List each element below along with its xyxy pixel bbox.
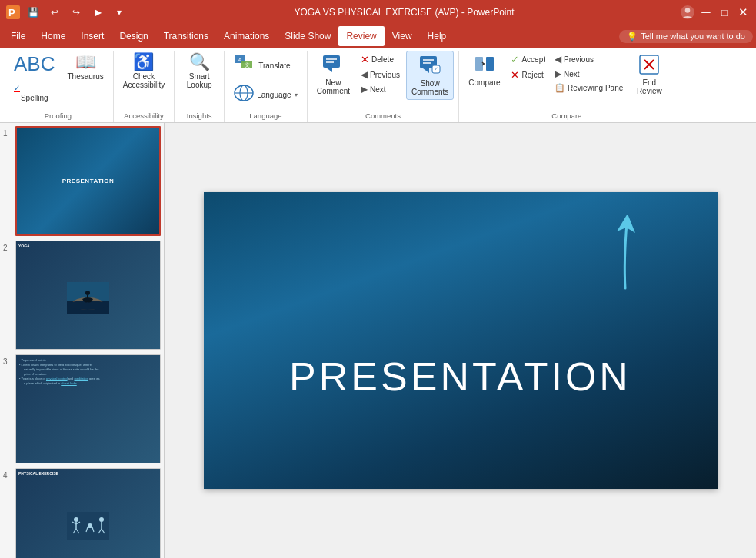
ribbon-group-compare: Compare ✓ Accept ✕ Reject ◀: [459, 51, 674, 122]
translate-button[interactable]: A 文 Translate: [229, 51, 302, 81]
check-accessibility-button[interactable]: ♿ CheckAccessibility: [118, 51, 169, 92]
menu-help[interactable]: Help: [420, 26, 455, 46]
slide2-title: YOGA: [18, 244, 158, 248]
redo-quick-btn[interactable]: ↪: [68, 4, 85, 21]
smart-lookup-button[interactable]: 🔍 SmartLookup: [179, 51, 219, 92]
delete-icon: ✕: [361, 54, 369, 65]
close-btn[interactable]: ✕: [736, 5, 750, 19]
tell-me-bar[interactable]: 💡 Tell me what you want to do: [619, 30, 753, 43]
show-comments-icon: ✓: [418, 55, 441, 78]
ribbon-group-proofing: ABC✓ Spelling 📖 Thesaurus Proofing: [3, 51, 114, 122]
show-comments-button[interactable]: ✓ ShowComments: [406, 51, 454, 100]
slide-main-text: PRESENTATION: [204, 354, 718, 400]
slide-item-3[interactable]: 3 • Yoga round points • Lorem ipsum inte…: [3, 354, 161, 463]
next-compare-button[interactable]: ▶ Next: [551, 67, 626, 81]
insights-group-label: Insights: [179, 109, 219, 122]
title-bar: P 💾 ↩ ↪ ▶ ▾ YOGA VS PHYSICAL EXERCISE (A…: [0, 0, 756, 25]
menu-view[interactable]: View: [385, 26, 420, 46]
language-col: A 文 Translate: [229, 51, 302, 108]
accessibility-buttons: ♿ CheckAccessibility: [118, 51, 169, 109]
delete-comment-button[interactable]: ✕ Delete: [358, 52, 403, 67]
slide3-bullet1: • Yoga round points: [19, 358, 157, 362]
svg-marker-16: [423, 68, 429, 73]
spelling-button[interactable]: ABC✓ Spelling: [8, 51, 61, 105]
compare-buttons: Compare ✓ Accept ✕ Reject ◀: [464, 51, 669, 109]
language-dropdown-icon: ▾: [295, 91, 298, 98]
new-comment-label: NewComment: [317, 78, 350, 95]
powerpoint-logo-icon: P: [6, 5, 20, 19]
slide-thumb-1[interactable]: PRESENTATION: [15, 126, 161, 236]
menu-design[interactable]: Design: [112, 26, 155, 46]
save-quick-btn[interactable]: 💾: [25, 4, 42, 21]
reject-label: Reject: [521, 71, 543, 79]
menu-review[interactable]: Review: [338, 26, 384, 46]
show-comments-label: ShowComments: [411, 79, 448, 96]
accessibility-icon: ♿: [133, 54, 154, 71]
menu-animations[interactable]: Animations: [216, 26, 277, 46]
next-compare-label: Next: [564, 70, 580, 78]
menu-file[interactable]: File: [3, 26, 33, 46]
slide-thumb-4[interactable]: PHYSICAL EXERCISE: [15, 468, 161, 558]
slide3-bullet2: • Lorem ipsum integrates to life a ficti…: [19, 363, 157, 367]
svg-point-36: [74, 517, 78, 522]
accept-button[interactable]: ✓ Accept: [508, 52, 548, 67]
slide-thumb-inner-2: YOGA: [16, 241, 160, 349]
accept-label: Accept: [521, 55, 545, 64]
previous-compare-button[interactable]: ◀ Previous: [551, 52, 626, 66]
title-bar-right: ─ □ ✕: [681, 5, 750, 19]
menu-transitions[interactable]: Transitions: [156, 26, 216, 46]
thesaurus-button[interactable]: 📖 Thesaurus: [62, 51, 108, 84]
slide-thumb-2[interactable]: YOGA: [15, 241, 161, 350]
svg-point-46: [99, 517, 104, 522]
comments-group-label: Comments: [312, 109, 455, 122]
ribbon-group-insights: 🔍 SmartLookup Insights: [175, 51, 225, 122]
slide3-bullet2b: naturally impossible since of fitness su…: [19, 367, 157, 371]
reject-icon: ✕: [511, 69, 519, 81]
insights-buttons: 🔍 SmartLookup: [179, 51, 219, 109]
comment-small-buttons: ✕ Delete ◀ Previous ▶ Next: [358, 51, 403, 96]
compare-icon: [474, 54, 495, 77]
undo-quick-btn[interactable]: ↩: [46, 4, 63, 21]
title-bar-left: P 💾 ↩ ↪ ▶ ▾: [6, 4, 128, 21]
previous-comment-icon: ◀: [361, 69, 368, 80]
menu-insert[interactable]: Insert: [73, 26, 112, 46]
previous-comment-button[interactable]: ◀ Previous: [358, 68, 403, 81]
minimize-btn[interactable]: ─: [699, 5, 713, 19]
slide3-bullet3b: a place which originated in oldest India…: [19, 381, 157, 385]
reviewing-pane-button[interactable]: 📋 Reviewing Pane: [551, 81, 626, 95]
present-quick-btn[interactable]: ▶: [89, 4, 106, 21]
accept-reject-col: ✓ Accept ✕ Reject: [508, 51, 548, 82]
slide-item-2[interactable]: 2 YOGA: [3, 241, 161, 350]
reject-button[interactable]: ✕ Reject: [508, 68, 548, 82]
accessibility-label: CheckAccessibility: [123, 72, 165, 89]
previous-comment-label: Previous: [370, 71, 400, 79]
menu-home[interactable]: Home: [33, 26, 73, 46]
compare-button[interactable]: Compare: [464, 51, 505, 90]
more-quick-btn[interactable]: ▾: [111, 4, 128, 21]
new-comment-button[interactable]: NewComment: [312, 51, 355, 98]
slide2-bg: YOGA: [16, 241, 160, 349]
language-button[interactable]: Language ▾: [229, 82, 302, 108]
slide-thumb-3[interactable]: • Yoga round points • Lorem ipsum integr…: [15, 354, 161, 463]
translate-icon: A 文: [234, 53, 255, 78]
slide-item-1[interactable]: 1 PRESENTATION: [3, 126, 161, 236]
spelling-label: Spelling: [21, 94, 48, 102]
slide-item-4[interactable]: 4 PHYSICAL EXERCISE: [3, 468, 161, 558]
slide-panel: 1 PRESENTATION 2 YOGA: [0, 123, 165, 558]
end-review-button[interactable]: EndReview: [629, 51, 669, 98]
maximize-btn[interactable]: □: [718, 5, 731, 19]
ribbon-content: ABC✓ Spelling 📖 Thesaurus Proofing ♿ Che…: [0, 48, 756, 122]
next-comment-button[interactable]: ▶ Next: [358, 82, 403, 96]
slide3-bullet3: • Yoga is a place of physical control an…: [19, 377, 157, 380]
arrow-annotation: [602, 215, 648, 294]
language-buttons: A 文 Translate: [229, 51, 302, 109]
ribbon: ABC✓ Spelling 📖 Thesaurus Proofing ♿ Che…: [0, 48, 756, 123]
menu-slideshow[interactable]: Slide Show: [277, 26, 338, 46]
reviewing-pane-icon: 📋: [555, 83, 565, 93]
end-review-icon: [638, 54, 660, 77]
compare-group-label: Compare: [464, 109, 669, 122]
slide-number-1: 1: [3, 129, 12, 138]
proofing-group-label: Proofing: [8, 109, 108, 122]
delete-label: Delete: [371, 55, 394, 64]
window-title: YOGA VS PHYSICAL EXERCISE (AVP) - PowerP…: [128, 7, 681, 18]
